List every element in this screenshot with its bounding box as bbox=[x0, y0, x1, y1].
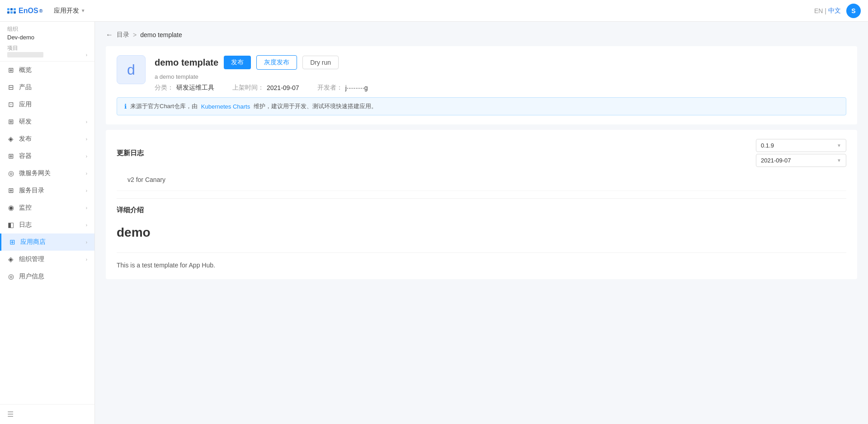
gray-publish-button[interactable]: 灰度发布 bbox=[256, 55, 297, 70]
version-selector: 0.1.9 ▼ 2021-09-07 ▼ bbox=[756, 139, 846, 167]
version-date-select[interactable]: 2021-09-07 ▼ bbox=[756, 154, 846, 167]
info-banner-link[interactable]: Kubernetes Charts bbox=[201, 103, 250, 110]
sidebar-label-gateway: 微服务网关 bbox=[19, 169, 51, 177]
nav-app-dev-menu[interactable]: 应用开发 ▼ bbox=[50, 5, 89, 17]
sidebar-item-publish[interactable]: ◈发布› bbox=[0, 130, 94, 148]
sidebar-item-left-monitor: ◉监控 bbox=[7, 204, 32, 212]
logo-cell bbox=[10, 11, 13, 14]
sidebar-icon-log: ◧ bbox=[7, 221, 14, 229]
app-header: d demo template 发布 灰度发布 Dry run a demo t… bbox=[117, 55, 846, 92]
sidebar-item-left-container: ⊞容器 bbox=[7, 152, 32, 160]
sidebar-icon-org-mgmt: ◈ bbox=[7, 256, 14, 263]
sidebar-icon-user-info: ◎ bbox=[7, 273, 14, 280]
sidebar-item-overview[interactable]: ⊞概览 bbox=[0, 62, 94, 79]
sidebar-arrow-dev: › bbox=[86, 119, 87, 124]
detail-demo-desc: This is a test template for App Hub. bbox=[117, 260, 846, 270]
user-avatar[interactable]: S bbox=[846, 4, 861, 18]
sidebar-item-left-app: ⊡应用 bbox=[7, 100, 32, 109]
sidebar-item-log[interactable]: ◧日志› bbox=[0, 216, 94, 233]
shelf-time-label: 上架时间： bbox=[232, 84, 264, 92]
sidebar-item-left-app-store: ⊞应用商店 bbox=[9, 238, 46, 246]
logo-text: EnOS bbox=[19, 7, 38, 15]
project-chevron-icon: › bbox=[86, 52, 87, 57]
sidebar-label-app: 应用 bbox=[19, 100, 32, 109]
sidebar-label-org-mgmt: 组织管理 bbox=[19, 255, 44, 263]
sidebar-item-monitor[interactable]: ◉监控› bbox=[0, 199, 94, 216]
version-number-select[interactable]: 0.1.9 ▼ bbox=[756, 139, 846, 152]
sidebar-arrow-monitor: › bbox=[86, 205, 87, 210]
sidebar-arrow-app-store: › bbox=[86, 240, 87, 245]
sidebar-label-monitor: 监控 bbox=[19, 204, 32, 212]
sidebar-item-left-gateway: ◎微服务网关 bbox=[7, 169, 51, 177]
sidebar-item-service-catalog[interactable]: ⊞服务目录› bbox=[0, 182, 94, 199]
lang-en[interactable]: EN bbox=[814, 7, 823, 14]
sidebar-item-user-info[interactable]: ◎用户信息 bbox=[0, 268, 94, 285]
sidebar-icon-app: ⊡ bbox=[7, 101, 14, 108]
sidebar-label-service-catalog: 服务目录 bbox=[19, 186, 44, 195]
lang-switch: EN | 中文 bbox=[814, 7, 841, 15]
sidebar-item-org-mgmt[interactable]: ◈组织管理› bbox=[0, 251, 94, 268]
sidebar-icon-overview: ⊞ bbox=[7, 67, 14, 74]
logo[interactable]: EnOS ® bbox=[7, 7, 43, 15]
detail-divider bbox=[117, 252, 846, 253]
sidebar-project-name bbox=[7, 52, 43, 57]
lang-sep: | bbox=[825, 7, 826, 14]
meta-shelf-time: 上架时间： 2021-09-07 bbox=[232, 84, 299, 92]
dry-run-button[interactable]: Dry run bbox=[302, 56, 339, 69]
logo-cell bbox=[10, 8, 13, 10]
meta-category: 分类： 研发运维工具 bbox=[155, 84, 214, 92]
lang-zh[interactable]: 中文 bbox=[828, 7, 841, 15]
sidebar-item-product[interactable]: ⊟产品 bbox=[0, 79, 94, 96]
sidebar-project-row[interactable]: › bbox=[7, 52, 87, 57]
sidebar-item-gateway[interactable]: ◎微服务网关› bbox=[0, 165, 94, 182]
publish-button[interactable]: 发布 bbox=[224, 56, 251, 69]
sidebar-item-container[interactable]: ⊞容器› bbox=[0, 148, 94, 165]
shelf-time-value: 2021-09-07 bbox=[267, 84, 299, 91]
sidebar-item-left-product: ⊟产品 bbox=[7, 83, 32, 91]
sidebar-icon-publish: ◈ bbox=[7, 135, 14, 143]
sidebar-project-label: 项目 bbox=[7, 44, 87, 52]
nav-app-dev-chevron: ▼ bbox=[81, 8, 85, 13]
breadcrumb-separator: > bbox=[133, 31, 137, 38]
sidebar-collapse-btn[interactable]: ☰ bbox=[7, 410, 14, 418]
sidebar-arrow-container: › bbox=[86, 154, 87, 159]
sidebar-item-dev[interactable]: ⊞研发› bbox=[0, 113, 94, 130]
sidebar-items-container: ⊞概览⊟产品⊡应用⊞研发›◈发布›⊞容器›◎微服务网关›⊞服务目录›◉监控›◧日… bbox=[0, 62, 94, 285]
breadcrumb-back-btn[interactable]: ← bbox=[106, 31, 113, 39]
logo-cell bbox=[7, 8, 9, 10]
sidebar-label-container: 容器 bbox=[19, 152, 32, 160]
logo-superscript: ® bbox=[39, 8, 43, 14]
app-meta-row: 分类： 研发运维工具 上架时间： 2021-09-07 开发者： j······… bbox=[155, 84, 846, 92]
app-title: demo template bbox=[155, 57, 218, 68]
sidebar-org-name: Dev-demo bbox=[7, 34, 87, 41]
info-banner-text: 来源于官方Chart仓库，由 bbox=[130, 102, 198, 110]
detail-intro-title: 详细介绍 bbox=[117, 206, 846, 214]
top-nav: EnOS ® 应用开发 ▼ EN | 中文 S bbox=[0, 0, 868, 22]
top-nav-right: EN | 中文 S bbox=[814, 4, 861, 18]
sidebar-arrow-publish: › bbox=[86, 137, 87, 142]
sidebar-org-label: 组织 bbox=[7, 25, 87, 33]
select-chevron-icon: ▼ bbox=[837, 143, 841, 148]
sidebar-item-left-dev: ⊞研发 bbox=[7, 118, 32, 126]
logo-cell bbox=[14, 8, 16, 10]
sidebar-item-left-org-mgmt: ◈组织管理 bbox=[7, 255, 44, 263]
category-label: 分类： bbox=[155, 84, 174, 92]
sidebar-item-app-store[interactable]: ⊞应用商店› bbox=[0, 233, 94, 251]
sidebar-project-section: 项目 › bbox=[0, 43, 94, 62]
sidebar-label-app-store: 应用商店 bbox=[20, 238, 46, 246]
sidebar-arrow-log: › bbox=[86, 223, 87, 228]
sidebar-org-section: 组织 Dev-demo bbox=[0, 22, 94, 43]
sidebar-icon-app-store: ⊞ bbox=[9, 238, 16, 246]
breadcrumb-parent-link[interactable]: 目录 bbox=[117, 31, 129, 39]
sidebar-label-product: 产品 bbox=[19, 83, 32, 91]
sidebar-item-left-publish: ◈发布 bbox=[7, 135, 32, 143]
developer-label: 开发者： bbox=[317, 84, 343, 92]
app-detail-card: d demo template 发布 灰度发布 Dry run a demo t… bbox=[106, 46, 857, 124]
top-nav-left: EnOS ® 应用开发 ▼ bbox=[7, 5, 89, 17]
sidebar-item-app[interactable]: ⊡应用 bbox=[0, 96, 94, 113]
sidebar-label-dev: 研发 bbox=[19, 118, 32, 126]
info-icon: ℹ bbox=[124, 103, 127, 110]
developer-value: j··········g bbox=[345, 84, 368, 91]
logo-cell bbox=[7, 11, 9, 14]
detail-section: 更新日志 0.1.9 ▼ 2021-09-07 ▼ v2 for Canary bbox=[106, 130, 857, 279]
